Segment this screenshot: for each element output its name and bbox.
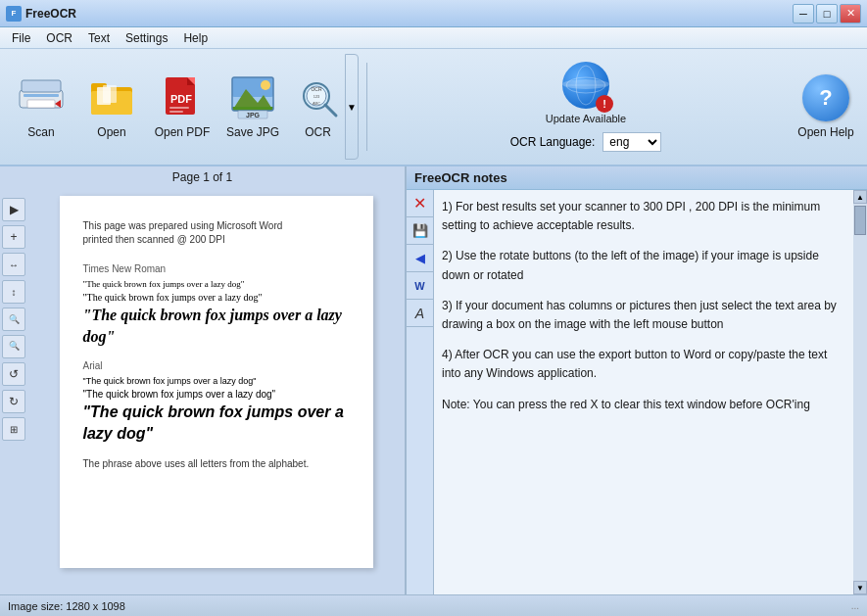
doc-intro-line2: printed then scanned @ 200 DPI — [83, 233, 350, 247]
tool-play[interactable]: ▶ — [2, 198, 25, 221]
doc-arial-small1: "The quick brown fox jumps over a lazy d… — [83, 375, 350, 388]
statusbar-indicator: ... — [851, 600, 859, 611]
notes-export-button[interactable]: ◀ — [407, 245, 434, 272]
window-controls: ─ □ ✕ — [793, 4, 861, 24]
scan-button[interactable]: Scan — [8, 54, 74, 160]
menu-text[interactable]: Text — [80, 29, 118, 47]
doc-font-label-arial: Arial — [83, 359, 350, 373]
doc-times-large: "The quick brown fox jumps over a lazy d… — [83, 305, 350, 349]
open-pdf-button[interactable]: PDF Open PDF — [149, 54, 216, 160]
open-button[interactable]: Open — [78, 54, 145, 160]
tool-zoom-in[interactable]: + — [2, 225, 25, 249]
notes-font-button[interactable]: A — [407, 300, 434, 327]
notes-panel: FreeOCR notes ✕ 💾 ◀ W A 1) For best resu… — [407, 166, 867, 594]
doc-arial-small2: "The quick brown fox jumps over a lazy d… — [83, 388, 350, 402]
notes-save-button[interactable]: 💾 — [407, 217, 434, 245]
svg-text:OCR: OCR — [311, 86, 322, 92]
svg-text:PDF: PDF — [170, 93, 192, 105]
ocr-icon: OCR 123 ABC — [295, 74, 342, 121]
menu-ocr[interactable]: OCR — [38, 29, 80, 47]
toolbar: Scan Open — [0, 49, 867, 166]
tool-rotate-right[interactable]: ↻ — [2, 390, 25, 413]
notes-item-2: 3) If your document has columns or pictu… — [442, 297, 845, 334]
open-help-button[interactable]: ? Open Help — [793, 54, 859, 160]
notes-item-4: Note: You can press the red X to clear t… — [442, 396, 845, 414]
main-content: Page 1 of 1 ▶ + ↔ ↕ 🔍 🔍 ↺ ↻ ⊞ This page … — [0, 166, 867, 594]
tool-fit-height[interactable]: ↕ — [2, 280, 25, 304]
notes-word-button[interactable]: W — [407, 272, 434, 300]
update-button[interactable]: ! Update Available — [546, 62, 626, 124]
save-jpg-label: Save JPG — [226, 125, 279, 139]
svg-line-29 — [325, 105, 336, 116]
close-button[interactable]: ✕ — [840, 4, 861, 24]
toolbar-separator — [366, 63, 367, 151]
tool-rotate-left[interactable]: ↺ — [2, 362, 25, 386]
scroll-up-button[interactable]: ▲ — [853, 190, 867, 204]
open-pdf-icon: PDF — [159, 74, 206, 121]
scroll-down-button[interactable]: ▼ — [853, 581, 867, 594]
notes-scrollbar: ▲ ▼ — [853, 190, 867, 594]
open-pdf-label: Open PDF — [155, 125, 211, 139]
tool-zoom-minus[interactable]: 🔍 — [2, 335, 25, 358]
svg-rect-14 — [169, 107, 189, 109]
help-label: Open Help — [797, 125, 853, 139]
menu-help[interactable]: Help — [175, 29, 216, 47]
globe-icon: ! — [562, 62, 609, 109]
doc-arial-large: "The quick brown fox jumps over a lazy d… — [83, 402, 350, 446]
notes-title: FreeOCR notes — [414, 170, 507, 185]
scan-label: Scan — [27, 125, 54, 139]
maximize-button[interactable]: □ — [816, 4, 838, 24]
svg-rect-3 — [24, 94, 59, 97]
scan-icon — [18, 74, 65, 121]
save-jpg-button[interactable]: JPG Save JPG — [219, 54, 286, 160]
notes-body: ✕ 💾 ◀ W A 1) For best results set your s… — [407, 190, 867, 594]
scroll-thumb[interactable] — [854, 206, 866, 235]
notes-item-1: 2) Use the rotate buttons (to the left o… — [442, 247, 845, 284]
doc-note: The phrase above uses all letters from t… — [83, 457, 350, 471]
document-page: This page was prepared using Microsoft W… — [60, 196, 373, 568]
notes-side-toolbar: ✕ 💾 ◀ W A — [407, 190, 434, 594]
ocr-button[interactable]: OCR 123 ABC OCR — [290, 54, 345, 160]
svg-text:123: 123 — [313, 94, 319, 99]
doc-intro: This page was prepared using Microsoft W… — [83, 219, 350, 247]
svg-rect-9 — [103, 85, 117, 103]
menu-settings[interactable]: Settings — [118, 29, 175, 47]
doc-section-times: Times New Roman "The quick brown fox jum… — [83, 262, 350, 348]
svg-rect-15 — [169, 111, 183, 113]
svg-text:ABC: ABC — [312, 101, 319, 106]
doc-times-small1: "The quick brown fox jumps over a lazy d… — [83, 278, 350, 291]
statusbar: Image size: 1280 x 1098 ... — [0, 594, 867, 616]
open-label: Open — [97, 125, 125, 139]
update-label: Update Available — [546, 113, 626, 124]
update-arrow-icon: ! — [596, 95, 613, 113]
tool-fit-width[interactable]: ↔ — [2, 253, 25, 276]
ocr-language-select[interactable]: eng fra deu — [602, 132, 661, 152]
notes-text: 1) For best results set your scanner to … — [434, 190, 853, 594]
doc-intro-line1: This page was prepared using Microsoft W… — [83, 219, 350, 233]
svg-rect-1 — [22, 80, 61, 92]
ocr-button-group: OCR 123 ABC OCR ▼ — [290, 54, 359, 160]
titlebar-left: F FreeOCR — [6, 6, 76, 22]
app-title: FreeOCR — [25, 7, 76, 21]
svg-point-31 — [566, 77, 605, 93]
ocr-dropdown-arrow[interactable]: ▼ — [345, 54, 359, 160]
doc-section-arial: Arial "The quick brown fox jumps over a … — [83, 359, 350, 445]
document-container: This page was prepared using Microsoft W… — [27, 188, 405, 594]
svg-point-18 — [261, 80, 270, 90]
minimize-button[interactable]: ─ — [793, 4, 814, 24]
notes-clear-button[interactable]: ✕ — [407, 190, 434, 217]
notes-item-0: 1) For best results set your scanner to … — [442, 198, 845, 235]
tool-grid[interactable]: ⊞ — [2, 417, 25, 441]
open-icon — [88, 74, 135, 121]
menubar: File OCR Text Settings Help — [0, 27, 867, 49]
notes-item-3: 4) After OCR you can use the export butt… — [442, 346, 845, 383]
doc-font-label-times: Times New Roman — [83, 262, 350, 276]
help-icon: ? — [802, 74, 849, 121]
image-panel: Page 1 of 1 ▶ + ↔ ↕ 🔍 🔍 ↺ ↻ ⊞ This page … — [0, 166, 407, 594]
svg-rect-2 — [27, 100, 55, 108]
tool-zoom-plus[interactable]: 🔍 — [2, 308, 25, 331]
menu-file[interactable]: File — [4, 29, 38, 47]
titlebar: F FreeOCR ─ □ ✕ — [0, 0, 867, 27]
page-indicator: Page 1 of 1 — [0, 166, 405, 188]
doc-times-small2: "The quick brown fox jumps over a lazy d… — [83, 291, 350, 305]
